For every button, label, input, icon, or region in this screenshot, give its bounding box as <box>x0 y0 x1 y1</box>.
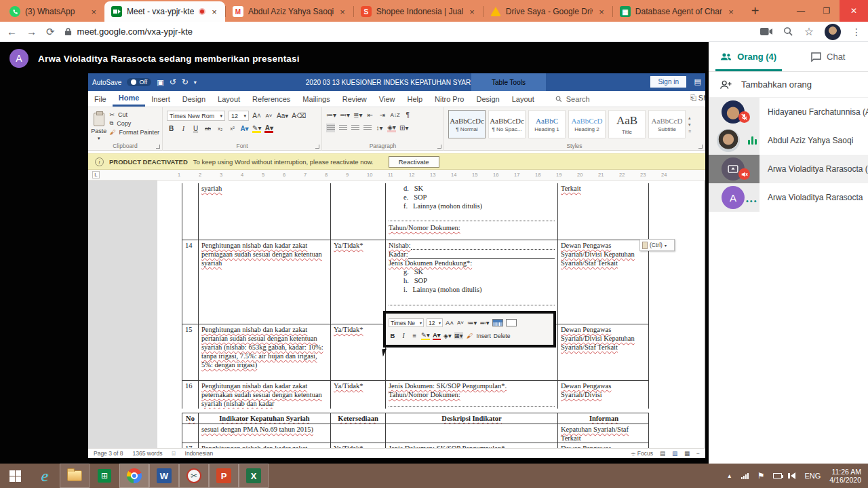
font-name-select[interactable]: Times New Rom▾ <box>167 111 225 121</box>
search-box[interactable]: Search <box>540 95 590 103</box>
style-subtitle[interactable]: AaBbCcDSubtitle <box>648 110 686 138</box>
mini-bullets-button[interactable]: ≔▾ <box>467 319 477 326</box>
tab-layout[interactable]: Layout <box>212 92 246 106</box>
mini-align-button[interactable]: ≡ <box>410 332 418 339</box>
copy-button[interactable]: ⧉Copy <box>109 120 159 127</box>
style-heading2[interactable]: AaBbCcDHeading 2 <box>568 110 606 138</box>
tab-close-icon[interactable]: × <box>90 7 98 17</box>
read-mode-icon[interactable]: ▤ <box>660 450 665 457</box>
participant-row[interactable]: Hidayaneu Farchatunnisa (And... <box>709 98 868 126</box>
bookmark-star-icon[interactable]: ☆ <box>804 25 814 38</box>
close-button[interactable]: ✕ <box>840 0 868 22</box>
tab-table-design[interactable]: Design <box>470 92 505 106</box>
word-count[interactable]: 1365 words <box>132 450 162 457</box>
sign-in-button[interactable]: Sign in <box>650 76 686 88</box>
print-layout-icon[interactable]: ▥ <box>672 450 677 457</box>
styles-dialog-launcher[interactable] <box>698 145 703 149</box>
mini-border-styles-button[interactable] <box>506 319 517 326</box>
internet-explorer-button[interactable]: e <box>30 464 60 488</box>
style-normal[interactable]: AaBbCcDc¶ Normal <box>448 110 486 138</box>
browser-menu-icon[interactable]: ⋮ <box>852 26 861 37</box>
omnibox[interactable]: meet.google.com/vxa-ypjr-kte <box>64 26 751 37</box>
numbering-button[interactable]: ≕▾ <box>340 111 350 119</box>
camera-icon[interactable] <box>760 27 772 36</box>
line-spacing-button[interactable]: ↕▾ <box>375 124 384 132</box>
horizontal-ruler[interactable]: L 12345678910111213141516171819202122232… <box>88 170 705 181</box>
participant-row-highlighted[interactable]: Arwa Violaditya Rarasocta (Pre... <box>709 155 868 183</box>
align-left-button[interactable] <box>326 124 335 132</box>
taskbar-clock[interactable]: 11:26 AM 4/16/2020 <box>829 468 861 484</box>
style-heading1[interactable]: AaBbCHeading 1 <box>528 110 566 138</box>
minimize-button[interactable]: — <box>788 0 814 22</box>
mini-grow-font-button[interactable]: A˄ <box>446 319 454 326</box>
tab-review[interactable]: Review <box>336 92 373 106</box>
sort-button[interactable]: A↓Z <box>390 111 399 119</box>
add-people-button[interactable]: Tambahkan orang <box>709 72 868 98</box>
file-explorer-button[interactable] <box>60 464 90 488</box>
forward-icon[interactable]: → <box>26 26 37 37</box>
tab-file[interactable]: File <box>88 92 113 106</box>
mini-table-styles-button[interactable] <box>492 319 503 326</box>
tab-drive[interactable]: Drive Saya - Google Driv × <box>484 1 612 22</box>
undo-icon[interactable]: ↺ <box>170 77 176 87</box>
tab-close-icon[interactable]: × <box>597 7 606 17</box>
mini-highlight-button[interactable]: ✎▾ <box>421 331 430 340</box>
paste-dropdown-icon[interactable]: ▾ <box>98 136 100 141</box>
font-size-select[interactable]: 12▾ <box>229 111 249 121</box>
language-indicator[interactable]: Indonesian <box>185 450 214 457</box>
clipboard-dialog-launcher[interactable] <box>156 145 160 149</box>
snipping-tool-button[interactable]: ✂ <box>179 464 209 488</box>
tray-expand-icon[interactable]: ▲ <box>727 473 732 479</box>
decrease-indent-button[interactable]: ⇤ <box>366 111 374 119</box>
language-switcher[interactable]: ENG <box>804 472 821 480</box>
tab-nitro-pro[interactable]: Nitro Pro <box>429 92 470 106</box>
participant-row[interactable]: A ••• Arwa Violaditya Rarasocta <box>709 183 868 212</box>
tab-close-icon[interactable]: × <box>468 7 476 17</box>
volume-icon[interactable] <box>791 472 795 479</box>
subscript-button[interactable]: x₂ <box>216 124 224 133</box>
autosave-toggle[interactable]: Off <box>127 78 151 86</box>
network-signal-icon[interactable] <box>741 473 749 479</box>
reload-icon[interactable]: ⟳ <box>46 26 55 38</box>
mini-font-size-select[interactable]: 12▾ <box>427 318 443 327</box>
zoom-icon[interactable] <box>783 26 793 37</box>
table-row[interactable]: 16 Penghitungan nishab dan kadar zakat p… <box>182 381 648 409</box>
reactivate-button[interactable]: Reactivate <box>389 156 439 168</box>
more-options-icon[interactable]: ••• <box>746 197 758 205</box>
microsoft-store-button[interactable]: ⊞ <box>90 464 119 488</box>
format-painter-button[interactable]: 🖌Format Painter <box>109 129 159 136</box>
mini-bold-button[interactable]: B <box>389 332 397 339</box>
tab-shopee[interactable]: S Shopee Indonesia | Jual × <box>354 1 483 22</box>
chat-tab[interactable]: Chat <box>789 42 868 71</box>
mini-insert-button[interactable]: Insert <box>477 333 491 339</box>
proofing-icon[interactable]: ⌺ <box>172 450 175 457</box>
start-button[interactable] <box>0 464 30 488</box>
increase-indent-button[interactable]: ⇥ <box>378 111 387 119</box>
tab-sheets[interactable]: ▦ Database Agent of Chan × <box>613 1 742 22</box>
shading-button[interactable]: ◈▾ <box>387 124 396 132</box>
style-title[interactable]: AaBTitle <box>608 110 646 138</box>
shrink-font-button[interactable]: A˅ <box>264 111 273 120</box>
borders-button[interactable]: ⊞▾ <box>399 124 408 132</box>
focus-mode-button[interactable]: ⌯ Focus <box>631 450 653 457</box>
tab-gmail[interactable]: M Abdul Aziz Yahya Saoqi × <box>226 1 353 22</box>
flag-icon[interactable]: ⚑ <box>757 471 765 481</box>
table-row[interactable]: sesuai dengan PMA No.69 tahun 2015) Kepa… <box>182 424 648 443</box>
table-row[interactable]: syariah d. SK e. SOP f. Lainnya (mohon d… <box>182 183 648 240</box>
strikethrough-button[interactable]: ab <box>203 124 212 133</box>
zoom-out-icon[interactable]: − <box>696 450 700 457</box>
styles-gallery-scroll[interactable]: ▴▾≡ <box>688 110 691 138</box>
change-case-button[interactable]: Aa▾ <box>277 111 288 120</box>
bullets-button[interactable]: ≔▾ <box>326 111 336 119</box>
superscript-button[interactable]: x² <box>228 124 237 133</box>
paragraph-dialog-launcher[interactable] <box>437 145 441 149</box>
mini-numbering-button[interactable]: ≕▾ <box>479 319 489 326</box>
save-icon[interactable]: ▣ <box>157 78 163 87</box>
clear-formatting-button[interactable]: A⌫ <box>292 111 306 120</box>
highlight-button[interactable]: ✎▾ <box>252 124 261 133</box>
tab-close-icon[interactable]: × <box>727 7 735 17</box>
tab-table-layout[interactable]: Layout <box>506 92 540 106</box>
excel-button[interactable]: X <box>239 464 269 488</box>
chrome-button[interactable] <box>119 464 149 488</box>
battery-icon[interactable] <box>773 473 782 478</box>
